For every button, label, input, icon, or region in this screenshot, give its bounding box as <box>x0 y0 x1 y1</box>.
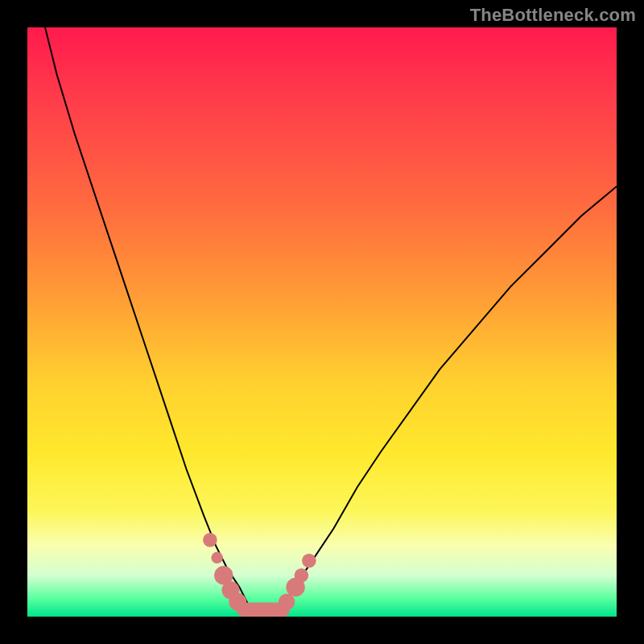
highlight-dot <box>229 593 246 611</box>
outer-frame: TheBottleneck.com <box>0 0 644 644</box>
highlight-dot <box>279 594 295 610</box>
bottleneck-curve <box>45 27 617 617</box>
highlight-dot <box>203 533 217 547</box>
highlight-dot <box>211 552 223 564</box>
watermark-text: TheBottleneck.com <box>470 5 636 26</box>
highlight-markers <box>203 533 316 611</box>
highlight-dot <box>295 568 309 583</box>
plot-area <box>27 27 617 617</box>
highlight-dot <box>302 554 316 568</box>
chart-svg <box>27 27 617 617</box>
